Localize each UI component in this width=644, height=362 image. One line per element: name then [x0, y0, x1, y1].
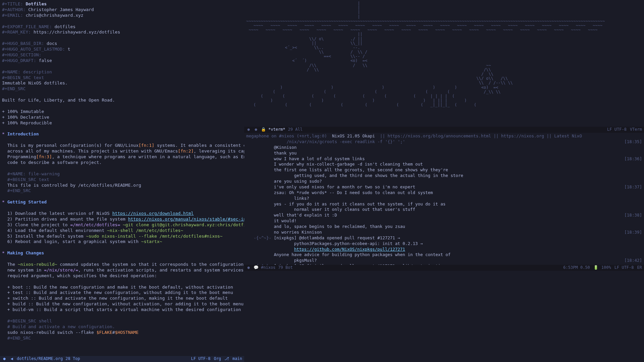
- irc-timestamp: [18:37]: [619, 184, 642, 190]
- vterm-pane: | | | | ~~~~~~~~~~~~~~~~~~~~~~~~~~~~~~~~…: [244, 0, 644, 133]
- git-branch[interactable]: main: [232, 356, 242, 362]
- irc-message: yes - if you do it as root it cleans out…: [271, 201, 445, 206]
- irc-line: pkgsMusl? [18:42]: [246, 258, 642, 263]
- file-warning-body: This file is controlled by /etc/dotfiles…: [7, 183, 141, 188]
- irc-message: [nixpkgs] @dotlambda opened pull request…: [271, 235, 400, 240]
- irc-link[interactable]: https://github.com/NixOS/nixpkgs/pull/12…: [294, 247, 405, 252]
- buffer-file-name[interactable]: dotfiles/README.org: [17, 356, 63, 362]
- irc-timestamp: [18:42]: [619, 258, 642, 263]
- irc-line: @Kinnison: [246, 145, 642, 150]
- irc-line: i've only used nixos for a month or two …: [246, 184, 642, 190]
- org-content[interactable]: #+TITLE: Dotfiles #+AUTHOR: Christopher …: [0, 0, 244, 356]
- irc-line: normal user it only cleans out that user…: [246, 207, 642, 213]
- buffer-position: 28 Top: [65, 356, 80, 362]
- description-body: Immutable NixOS dotfiles.: [2, 80, 68, 85]
- irc-line: and lo, space begins to be reclaimed, th…: [246, 224, 642, 230]
- bullet-declarative: + 100% Declarative: [2, 115, 49, 120]
- footnote-3[interactable]: [fn:3]: [36, 154, 52, 159]
- irc-line: python3Packages.python-ecobee-api: init …: [246, 241, 642, 247]
- irc-line: I wonder why nix-collect-garbage -d isn'…: [246, 162, 642, 167]
- irc-timestamp: [18:36]: [619, 156, 642, 162]
- irc-message: zsau: Oh *rude words* -- Do I need sudo …: [271, 190, 433, 195]
- vterm-buffer-name[interactable]: *vterm*: [268, 127, 285, 132]
- link-nixos-download[interactable]: https://nixos.org/download.html: [112, 211, 194, 216]
- circle-icon: ●: [246, 265, 251, 270]
- irc-message: are you using sudo?: [271, 179, 322, 184]
- heading-introduction[interactable]: Introduction: [7, 131, 39, 136]
- author-key: #+AUTHOR:: [2, 7, 25, 12]
- footnote-2[interactable]: [fn:2]: [178, 148, 194, 154]
- irc-line: links?: [246, 196, 642, 201]
- begin-src-shell: #+BEGIN_SRC shell: [7, 318, 52, 323]
- footnote-1[interactable]: [fn:1]: [139, 143, 154, 148]
- operation-switch: + switch :: Build and activate the new c…: [2, 296, 228, 301]
- vterm-position: 29 All: [288, 127, 303, 132]
- left-arrow-icon[interactable]: ◀: [9, 356, 14, 362]
- battery-percent: 100%: [601, 265, 611, 270]
- irc-message: [271, 247, 294, 252]
- irc-line: -{~^~}- [nixpkgs] @dotlambda opened pull…: [246, 235, 642, 241]
- vterm-mode[interactable]: VTerm: [630, 127, 642, 132]
- link-nixos-partitioning[interactable]: https://nixos.org/manual/nixos/stable/#s…: [128, 217, 244, 222]
- irc-message: and lo, space begins to be reclaimed, th…: [271, 224, 405, 229]
- irc-message: it would!: [271, 218, 297, 223]
- irc-line: getting used, and the third one shows th…: [246, 173, 642, 179]
- chat-icon: 💬: [254, 265, 258, 270]
- irc-message: I wonder why nix-collect-garbage -d isn'…: [271, 162, 423, 167]
- end-src: #+END_SRC: [2, 86, 25, 91]
- irc-line: Anyone have advice for building python p…: [246, 252, 642, 258]
- right-column: | | | | ~~~~~~~~~~~~~~~~~~~~~~~~~~~~~~~~…: [244, 0, 644, 362]
- irc-position: 79 Bot: [278, 265, 292, 270]
- clock-time: 6:53PM 0.50: [563, 265, 590, 270]
- irc-timestamp: [18:39]: [619, 230, 642, 235]
- lock-icon: 🔒: [261, 127, 266, 132]
- title-key: #+TITLE:: [2, 1, 23, 6]
- irc-line: it would!: [246, 218, 642, 224]
- irc-message: getting used, and the third one shows th…: [271, 173, 463, 178]
- battery-icon: 🔋: [593, 265, 598, 270]
- email-key: #+EMAIL:: [2, 13, 23, 18]
- bullet-immutable: + 100% Immutable: [2, 109, 44, 114]
- irc-message: the first one lists all the gcroots, the…: [271, 167, 448, 172]
- operation-test: + test :: Build and activate the new con…: [2, 290, 233, 295]
- irc-timestamp: [18:38]: [619, 213, 642, 218]
- name-description: #+NAME: description: [2, 69, 52, 74]
- irc-pane: megaphone on #nixos (+nrt,lag:0) NixOS 2…: [244, 133, 644, 265]
- major-mode[interactable]: Org: [214, 356, 221, 362]
- irc-message: Anyone have advice for building python p…: [271, 252, 450, 257]
- irc-message: @Kinnison: [271, 145, 297, 150]
- vterm-ascii-art[interactable]: | | | | ~~~~~~~~~~~~~~~~~~~~~~~~~~~~~~~~…: [244, 0, 644, 127]
- name-file-warning: #+NAME: file-warning: [7, 171, 60, 176]
- irc-content[interactable]: megaphone on #nixos (+nrt,lag:0) NixOS 2…: [244, 133, 644, 265]
- irc-channel[interactable]: #nixos: [261, 265, 275, 270]
- roam-key: #+ROAM_KEY:: [2, 29, 31, 35]
- irc-line: yes - if you do it as root it cleans out…: [246, 201, 642, 207]
- irc-message: no worries Kinnison: [271, 230, 322, 235]
- operation-build: + build :: Build the new configuration, …: [2, 301, 244, 306]
- bullet-reproducible: + 100% Reproducible: [2, 120, 52, 125]
- irc-line: thank you: [246, 150, 642, 156]
- branch-icon: ⎇: [224, 356, 229, 362]
- irc-line: zsau: Oh *rude words* -- Do I need sudo …: [246, 190, 642, 196]
- irc-message: i've only used nixos for a month or two …: [271, 184, 415, 189]
- heading-getting-started[interactable]: Getting Started: [7, 199, 47, 204]
- buffer-encoding: LF UTF-8: [191, 356, 211, 362]
- title-value: Dotfiles: [25, 1, 47, 6]
- irc-message: links?: [271, 196, 309, 201]
- circle-icon: ●: [254, 127, 258, 132]
- irc-line: well that'd explain it :D [18:38]: [246, 213, 642, 218]
- tagline: Built for Life, Liberty, and the Open Ro…: [2, 98, 115, 103]
- circle-icon: ●: [2, 356, 7, 362]
- irc-message: normal user it only cleans out that user…: [271, 207, 415, 212]
- begin-src-text: #+BEGIN_SRC text: [2, 75, 44, 80]
- vterm-modeline: ● ● 🔒 *vterm* 29 All LF UTF-8 VTerm: [244, 127, 644, 133]
- heading-star: *: [2, 131, 5, 136]
- irc-message: python3Packages.python-ecobee-api: init …: [271, 241, 423, 246]
- author-value: Christopher James Hayward: [28, 7, 94, 12]
- heading-making-changes[interactable]: Making Changes: [7, 250, 44, 255]
- operation-build-vm: + build-vm :: Build a script that starts…: [2, 307, 241, 312]
- circle-icon: ●: [246, 127, 251, 132]
- irc-mode[interactable]: ER: [637, 265, 642, 270]
- irc-topic: megaphone on #nixos (+nrt,lag:0): [246, 133, 332, 138]
- irc-nick: -{~^~}-: [246, 235, 271, 241]
